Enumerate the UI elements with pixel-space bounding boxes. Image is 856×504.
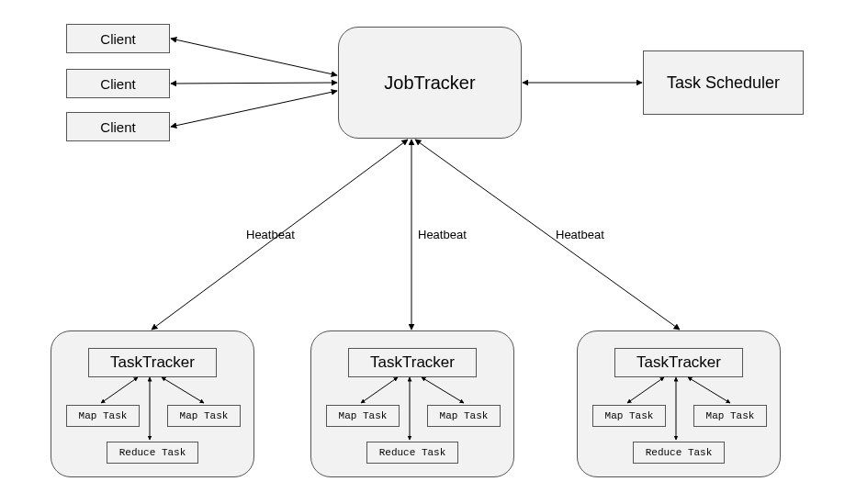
tasktracker-title-label-1: TaskTracker bbox=[110, 353, 195, 372]
reduce-task-2: Reduce Task bbox=[366, 442, 458, 464]
jobtracker-label: JobTracker bbox=[384, 73, 475, 94]
tasktracker-title-label-2: TaskTracker bbox=[370, 353, 455, 372]
scheduler-label: Task Scheduler bbox=[667, 73, 780, 93]
tasktracker-title-3: TaskTracker bbox=[614, 348, 743, 377]
scheduler-box: Task Scheduler bbox=[643, 50, 804, 115]
map-task-1a: Map Task bbox=[66, 405, 140, 427]
heartbeat-label-3: Heatbeat bbox=[556, 228, 604, 241]
map-task-label-1b: Map Task bbox=[180, 410, 229, 421]
map-task-2a: Map Task bbox=[326, 405, 400, 427]
reduce-task-label-2: Reduce Task bbox=[379, 447, 446, 458]
tasktracker-title-1: TaskTracker bbox=[88, 348, 217, 377]
reduce-task-label-1: Reduce Task bbox=[119, 447, 186, 458]
tasktracker-title-2: TaskTracker bbox=[348, 348, 477, 377]
map-task-1b: Map Task bbox=[167, 405, 241, 427]
map-task-label-2b: Map Task bbox=[440, 410, 489, 421]
map-task-label-3b: Map Task bbox=[706, 410, 755, 421]
tasktracker-panel-2: TaskTracker Map Task Map Task Reduce Tas… bbox=[310, 330, 514, 477]
map-task-label-2a: Map Task bbox=[339, 410, 388, 421]
tasktracker-panel-3: TaskTracker Map Task Map Task Reduce Tas… bbox=[577, 330, 781, 477]
map-task-3b: Map Task bbox=[693, 405, 767, 427]
client-box-3: Client bbox=[66, 112, 170, 141]
map-task-3a: Map Task bbox=[592, 405, 666, 427]
map-task-label-3a: Map Task bbox=[605, 410, 654, 421]
tasktracker-title-label-3: TaskTracker bbox=[636, 353, 721, 372]
client-box-1: Client bbox=[66, 24, 170, 53]
edge-client1-jobtracker bbox=[171, 39, 337, 75]
map-task-2b: Map Task bbox=[427, 405, 501, 427]
reduce-task-1: Reduce Task bbox=[107, 442, 198, 464]
client-box-2: Client bbox=[66, 69, 170, 98]
client-label-2: Client bbox=[100, 76, 135, 92]
jobtracker-box: JobTracker bbox=[338, 27, 522, 139]
reduce-task-3: Reduce Task bbox=[633, 442, 725, 464]
edge-client3-jobtracker bbox=[171, 91, 337, 127]
heartbeat-label-1: Heatbeat bbox=[246, 228, 295, 241]
client-label-3: Client bbox=[100, 119, 135, 135]
reduce-task-label-3: Reduce Task bbox=[646, 447, 713, 458]
edge-client2-jobtracker bbox=[171, 83, 337, 84]
map-task-label-1a: Map Task bbox=[79, 410, 128, 421]
tasktracker-panel-1: TaskTracker Map Task Map Task Reduce Tas… bbox=[51, 330, 254, 477]
heartbeat-label-2: Heatbeat bbox=[418, 228, 467, 241]
client-label-1: Client bbox=[100, 31, 135, 47]
